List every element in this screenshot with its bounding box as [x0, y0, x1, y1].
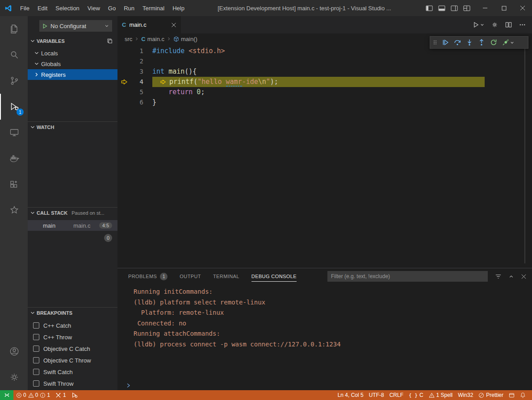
activity-item-extensions[interactable] [0, 171, 28, 197]
panel-tab-debug-console[interactable]: DEBUG CONSOLE [251, 268, 297, 284]
activity-item-account[interactable] [0, 338, 28, 364]
encoding[interactable]: UTF-8 [366, 390, 387, 400]
step-over-button[interactable] [451, 37, 463, 48]
notifications[interactable] [517, 390, 528, 400]
close-button[interactable] [513, 0, 532, 16]
activity-item-docker[interactable] [0, 146, 28, 171]
debug-status[interactable] [69, 390, 80, 400]
breadcrumb-symbol[interactable]: main() [181, 36, 197, 42]
console-input-row[interactable] [117, 380, 532, 390]
stack-frame-row[interactable]: main main.c 4:5 [28, 220, 117, 231]
activity-item-remote-explorer[interactable] [0, 120, 28, 146]
code-line-4[interactable]: 4 printf("hello wamr-ide\n"); [117, 77, 532, 87]
code-text[interactable] [143, 56, 152, 67]
close-tab-icon[interactable] [171, 22, 176, 28]
start-debug-icon[interactable] [42, 23, 48, 29]
gutter-glyph[interactable] [117, 67, 131, 77]
code-line-2[interactable]: 2 [117, 56, 532, 67]
split-editor-icon[interactable] [505, 21, 512, 28]
menu-help[interactable]: Help [168, 0, 189, 16]
variables-item-globals[interactable]: Globals [28, 58, 117, 69]
extension-status[interactable] [506, 390, 517, 400]
panel-tab-output[interactable]: OUTPUT [180, 268, 201, 284]
menu-selection[interactable]: Selection [51, 0, 83, 16]
menu-go[interactable]: Go [104, 0, 120, 16]
breakpoint-c-catch[interactable]: C++ Catch [28, 320, 117, 331]
code-text[interactable]: return 0; [143, 87, 205, 97]
close-panel-icon[interactable] [521, 274, 527, 279]
code-line-5[interactable]: 5 return 0; [117, 87, 532, 97]
menu-view[interactable]: View [84, 0, 104, 16]
gutter-glyph[interactable] [117, 56, 131, 67]
code-editor[interactable]: 1#include <stdio.h>23int main(){4 printf… [117, 44, 532, 268]
continue-button[interactable] [439, 37, 451, 48]
variables-item-locals[interactable]: Locals [28, 48, 117, 58]
activity-item-explorer[interactable] [0, 16, 28, 42]
menu-run[interactable]: Run [120, 0, 138, 16]
checkbox-icon[interactable] [33, 346, 39, 352]
copy-icon[interactable] [107, 38, 113, 44]
activity-item-search[interactable] [0, 42, 28, 68]
call-stack-header[interactable]: CALL STACK Paused on st... [28, 208, 117, 218]
breadcrumb-file[interactable]: main.c [147, 36, 164, 42]
checkbox-icon[interactable] [33, 334, 39, 340]
step-out-button[interactable] [475, 37, 487, 48]
activity-item-star[interactable] [0, 197, 28, 223]
remote-indicator[interactable] [0, 390, 13, 400]
cursor-position[interactable]: Ln 4, Col 5 [335, 390, 366, 400]
filter-icon[interactable] [495, 273, 502, 280]
eol-indicator[interactable]: CRLF [387, 390, 406, 400]
drag-handle-icon[interactable] [431, 39, 439, 46]
menu-file[interactable]: File [16, 0, 34, 16]
checkbox-icon[interactable] [33, 369, 39, 375]
tab-main-c[interactable]: C main.c [117, 16, 181, 33]
more-actions-icon[interactable] [519, 21, 526, 28]
panel-tab-problems[interactable]: PROBLEMS1 [128, 268, 168, 284]
language-mode[interactable]: { } C [406, 390, 426, 400]
step-into-button[interactable] [463, 37, 475, 48]
toggle-secondary-sidebar-icon[interactable] [451, 5, 458, 11]
breakpoint-c-throw[interactable]: C++ Throw [28, 331, 117, 343]
debug-config-select[interactable]: No Configurat [39, 20, 112, 32]
minimize-button[interactable] [476, 0, 494, 16]
menu-edit[interactable]: Edit [34, 0, 51, 16]
customize-layout-icon[interactable] [463, 5, 470, 11]
code-line-6[interactable]: 6} [117, 97, 532, 108]
gear-icon[interactable] [491, 21, 498, 28]
gutter-glyph[interactable] [117, 97, 131, 108]
breakpoint-swift-throw[interactable]: Swift Throw [28, 378, 117, 389]
problems-status[interactable]: 0 0 1 [13, 390, 53, 400]
chevron-down-icon[interactable] [510, 41, 514, 45]
disconnect-button[interactable] [499, 37, 511, 48]
code-text[interactable]: printf("hello wamr-ide\n"); [143, 77, 278, 87]
checkbox-icon[interactable] [33, 380, 39, 387]
chevron-up-icon[interactable] [508, 274, 514, 279]
code-text[interactable]: #include <stdio.h> [143, 46, 225, 56]
toggle-panel-icon[interactable] [438, 5, 445, 11]
checkbox-icon[interactable] [33, 322, 39, 329]
breakpoints-header[interactable]: BREAKPOINTS [28, 308, 117, 318]
platform-status[interactable]: Win32 [455, 390, 476, 400]
gutter-glyph[interactable] [117, 46, 131, 56]
breakpoint-objective-c-throw[interactable]: Objective C Throw [28, 354, 117, 366]
activity-item-source-control[interactable] [0, 68, 28, 94]
variables-header[interactable]: VARIABLES [28, 36, 117, 46]
gutter-glyph[interactable] [117, 87, 131, 97]
run-file-button[interactable] [473, 21, 484, 28]
checkbox-icon[interactable] [33, 357, 39, 363]
menu-terminal[interactable]: Terminal [138, 0, 168, 16]
activity-item-settings[interactable] [0, 364, 28, 390]
breadcrumb-folder[interactable]: src [125, 36, 132, 42]
maximize-button[interactable] [494, 0, 513, 16]
restart-button[interactable] [487, 37, 499, 48]
activity-item-run-and-debug[interactable]: 1 [0, 94, 28, 120]
watch-header[interactable]: WATCH [28, 122, 117, 133]
tools-status[interactable]: 1 [53, 390, 69, 400]
scrollbar[interactable] [524, 44, 525, 263]
breakpoint-objective-c-catch[interactable]: Objective C Catch [28, 343, 117, 354]
variables-item-registers[interactable]: Registers [28, 69, 117, 80]
code-text[interactable]: } [143, 97, 156, 108]
spell-checker-status[interactable]: 1 Spell [426, 390, 456, 400]
console-filter-input[interactable] [327, 271, 488, 282]
panel-tab-terminal[interactable]: TERMINAL [213, 268, 239, 284]
